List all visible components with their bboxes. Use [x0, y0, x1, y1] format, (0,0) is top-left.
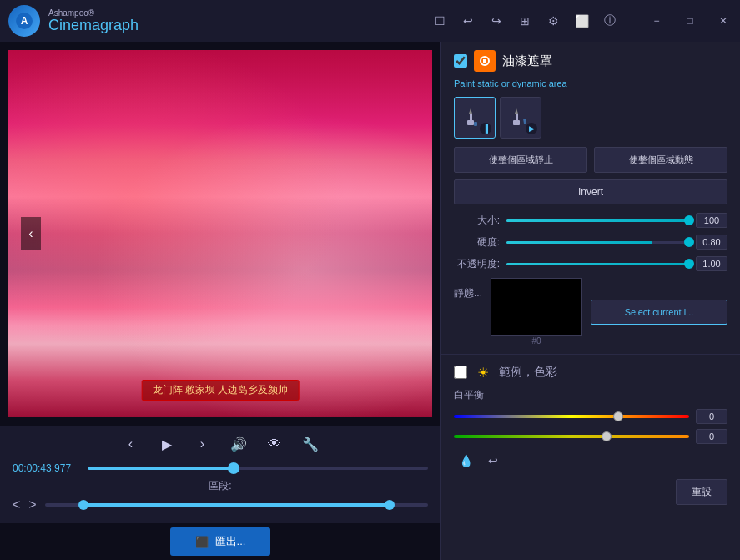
prev-frame-button[interactable]: ‹	[119, 432, 143, 456]
timeline-filled	[88, 467, 234, 470]
color-slider1[interactable]	[454, 415, 689, 418]
size-thumb[interactable]	[684, 215, 694, 225]
paint-mask-checkbox[interactable]	[454, 54, 467, 68]
left-panel: 龙门阵 赖家坝 人边岛乡及颜帅 ‹ ‹ ▶ › 🔊 👁 🔧 00:00:43.9…	[0, 42, 440, 560]
invert-button[interactable]: Invert	[454, 179, 727, 204]
close-button[interactable]: ✕	[707, 0, 740, 42]
brush2-badge: ▶	[526, 123, 537, 134]
svg-marker-11	[523, 119, 526, 124]
window-controls: − □ ✕	[640, 0, 740, 42]
size-slider[interactable]	[506, 219, 689, 222]
hardness-thumb[interactable]	[684, 237, 694, 247]
redo-button[interactable]: ↪	[483, 8, 510, 34]
segment-label: 區段:	[209, 479, 231, 493]
opacity-fill	[506, 263, 689, 265]
video-nav-left-button[interactable]: ‹	[21, 217, 41, 250]
opacity-slider[interactable]	[506, 263, 689, 265]
segment-bar[interactable]	[45, 503, 428, 507]
svg-rect-3	[483, 59, 486, 63]
opacity-value: 1.00	[696, 256, 727, 271]
minimize-button[interactable]: −	[640, 0, 673, 42]
svg-marker-10	[515, 108, 518, 114]
opacity-thumb[interactable]	[684, 259, 694, 269]
brush1-badge: ▐	[480, 123, 491, 134]
opacity-label: 不透明度:	[454, 257, 500, 271]
static-area-button[interactable]: 使整個區域靜止	[454, 147, 587, 173]
reset-button[interactable]: 重設	[676, 479, 727, 505]
segment-row: 區段:	[13, 479, 428, 493]
paint-mask-subtitle: Paint static or dynamic area	[454, 78, 727, 88]
maximize-button[interactable]: □	[673, 0, 707, 42]
brush-tools: ▐ ▶	[454, 97, 727, 139]
svg-rect-7	[474, 122, 477, 126]
paint-mask-section: 油漆遮罩 Paint static or dynamic area ▐	[441, 42, 740, 355]
reset-color-button[interactable]: ↩	[481, 449, 505, 472]
area-btn-row: 使整個區域靜止 使整個區域動態	[454, 147, 727, 173]
app-brand: Ashampoo®	[48, 8, 138, 18]
tools-button[interactable]: 🔧	[299, 432, 322, 456]
export-row: ⬛ 匯出...	[0, 523, 440, 560]
paint-mask-icon	[474, 50, 496, 72]
svg-rect-5	[470, 114, 472, 122]
color-slider2[interactable]	[454, 435, 689, 438]
paint-mask-title: 油漆遮罩	[502, 53, 552, 69]
segment-prev-button[interactable]: <	[13, 497, 20, 512]
color-icon: ☀	[474, 363, 492, 381]
color-title: 範例，色彩	[499, 365, 557, 380]
opacity-slider-row: 不透明度: 1.00	[454, 256, 727, 271]
main-container: 龙门阵 赖家坝 人边岛乡及颜帅 ‹ ‹ ▶ › 🔊 👁 🔧 00:00:43.9…	[0, 42, 740, 560]
app-logo: A	[8, 5, 40, 37]
paint-mask-header: 油漆遮罩	[454, 50, 727, 72]
title-bar: A Ashampoo® Cinemagraph ☐ ↩ ↪ ⊞ ⚙ ⬜ ⓘ − …	[0, 0, 740, 42]
next-frame-button[interactable]: ›	[191, 432, 214, 456]
controls-area: ‹ ▶ › 🔊 👁 🔧 00:00:43.977 區段: <	[0, 426, 440, 523]
static-area-row: 靜態... #0 Select current i...	[454, 278, 727, 346]
eyedropper-button[interactable]: 💧	[454, 449, 477, 472]
segment-bar-row: < >	[13, 497, 428, 512]
color-header: ☀ 範例，色彩	[454, 363, 727, 381]
timeline-bar[interactable]	[88, 467, 428, 470]
timeline-thumb	[228, 462, 239, 474]
export-label: 匯出...	[215, 534, 246, 549]
size-value: 100	[696, 213, 727, 228]
svg-marker-6	[469, 108, 472, 114]
segment-thumb-left[interactable]	[78, 500, 88, 510]
video-subtitle: 龙门阵 赖家坝 人边岛乡及颜帅	[142, 380, 300, 401]
color-thumb1[interactable]	[613, 411, 623, 421]
color-slider2-row: 0	[454, 429, 727, 444]
app-title-group: Ashampoo® Cinemagraph	[48, 8, 138, 34]
segment-next-button[interactable]: >	[28, 497, 36, 512]
color-slider1-row: 0	[454, 409, 727, 424]
svg-text:A: A	[21, 15, 28, 27]
settings-button[interactable]: ⚙	[540, 8, 566, 34]
visibility-button[interactable]: 👁	[263, 432, 286, 456]
undo-button[interactable]: ↩	[455, 8, 481, 34]
info-button[interactable]: ⓘ	[597, 8, 623, 34]
export-button[interactable]: ⬛ 匯出...	[170, 527, 271, 556]
hardness-label: 硬度:	[454, 235, 500, 250]
play-button[interactable]: ▶	[155, 432, 179, 456]
app-title: Cinemagraph	[48, 18, 138, 34]
static-thumb-group: #0	[491, 278, 582, 346]
color-checkbox[interactable]	[454, 366, 467, 379]
color-value1: 0	[696, 409, 727, 424]
static-label: 靜態...	[454, 278, 482, 300]
hardness-slider[interactable]	[506, 241, 689, 244]
video-overlay	[8, 50, 432, 417]
playback-controls: ‹ ▶ › 🔊 👁 🔧	[13, 432, 428, 456]
hardness-value: 0.80	[696, 235, 727, 250]
toolbar-icons: ☐ ↩ ↪ ⊞ ⚙ ⬜ ⓘ	[410, 8, 640, 34]
frames-button[interactable]: ⊞	[511, 8, 538, 34]
paint-dynamic-brush-button[interactable]: ▶	[500, 97, 541, 139]
color-thumb2[interactable]	[602, 431, 612, 441]
hardness-slider-row: 硬度: 0.80	[454, 235, 727, 250]
dynamic-area-button[interactable]: 使整個區域動態	[594, 147, 727, 173]
segment-thumb-right[interactable]	[385, 500, 395, 510]
time-row: 00:00:43.977	[13, 462, 428, 474]
paint-static-brush-button[interactable]: ▐	[454, 97, 496, 139]
size-fill	[506, 219, 689, 222]
select-current-button[interactable]: Select current i...	[591, 300, 727, 325]
export2-button[interactable]: ⬜	[568, 8, 595, 34]
volume-button[interactable]: 🔊	[227, 432, 250, 456]
new-file-button[interactable]: ☐	[426, 8, 453, 34]
